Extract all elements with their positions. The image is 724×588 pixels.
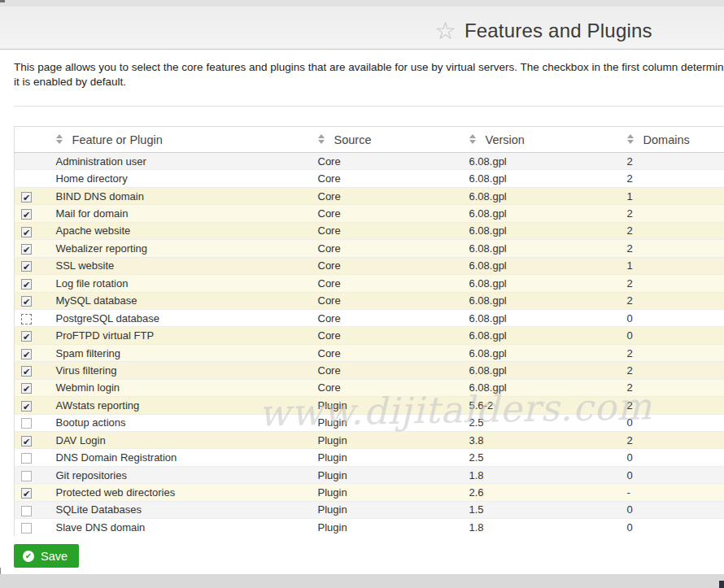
sort-arrows-icon[interactable] (627, 134, 634, 144)
feature-checkbox[interactable]: ✔ (21, 296, 32, 307)
sort-arrows-icon[interactable] (469, 134, 476, 144)
feature-checkbox[interactable]: ✔ (21, 349, 32, 359)
feature-name: Apache website (49, 222, 311, 239)
feature-version: 6.08.gpl (462, 379, 620, 396)
table-row: ✔ BIND DNS domain Core 6.08.gpl 1 (15, 187, 724, 204)
feature-name: Bootup actions (49, 414, 311, 431)
feature-checkbox[interactable]: ✔ (21, 244, 32, 255)
title-wrap: ☆ Features and Plugins (434, 18, 652, 44)
table-row: Bootup actions Plugin 2.5 0 (15, 414, 724, 431)
features-and-plugins-page: ☆ Features and Plugins This page allows … (0, 0, 724, 588)
feature-name: DNS Domain Registration (49, 449, 311, 466)
feature-version: 6.08.gpl (462, 327, 620, 344)
feature-domains: 2 (620, 397, 724, 414)
table-row: ✔ Mail for domain Core 6.08.gpl 2 (15, 205, 724, 222)
table-row: ✔ Apache website Core 6.08.gpl 2 (15, 222, 724, 239)
feature-domains: 1 (620, 257, 724, 274)
save-button[interactable]: ✔ Save (14, 544, 79, 568)
table-header-row: Feature or Plugin Source Version Domains (15, 127, 724, 153)
feature-name: PostgreSQL database (49, 309, 311, 326)
feature-source: Plugin (311, 414, 462, 431)
feature-source: Core (311, 240, 462, 257)
feature-source: Plugin (311, 466, 462, 483)
feature-source: Plugin (311, 432, 462, 449)
feature-name: Webalizer reporting (49, 240, 311, 257)
feature-name: SQLite Databases (49, 501, 311, 518)
feature-domains: 2 (620, 275, 724, 292)
feature-name: Slave DNS domain (49, 519, 311, 536)
feature-checkbox[interactable] (21, 506, 32, 516)
feature-checkbox[interactable]: ✔ (21, 331, 32, 342)
column-header-domains[interactable]: Domains (620, 127, 724, 153)
feature-source: Core (311, 292, 462, 309)
feature-source: Plugin (311, 501, 462, 518)
feature-source: Plugin (311, 484, 462, 501)
description-line-1: This page allows you to select the core … (14, 60, 724, 75)
feature-checkbox[interactable]: ✔ (21, 436, 32, 446)
feature-checkbox[interactable]: ✔ (21, 261, 32, 272)
table-row: PostgreSQL database Core 6.08.gpl 0 (15, 309, 724, 326)
column-header-label: Domains (643, 133, 690, 146)
feature-source: Core (311, 275, 462, 292)
feature-checkbox[interactable]: ✔ (21, 279, 32, 290)
feature-checkbox[interactable] (21, 314, 32, 324)
feature-version: 1.5 (462, 501, 620, 518)
feature-checkbox[interactable]: ✔ (21, 401, 32, 412)
window-corner-mark (0, 0, 5, 2)
feature-checkbox[interactable]: ✔ (21, 488, 32, 499)
feature-checkbox[interactable]: ✔ (21, 227, 32, 237)
feature-version: 2.5 (462, 449, 620, 466)
feature-checkbox[interactable] (21, 453, 32, 464)
table-row: DNS Domain Registration Plugin 2.5 0 (15, 449, 724, 466)
feature-checkbox[interactable]: ✔ (21, 383, 32, 394)
feature-version: 2.5 (462, 414, 620, 431)
features-table-container: Feature or Plugin Source Version Domains (14, 126, 724, 536)
feature-source: Core (311, 327, 462, 344)
table-row: SQLite Databases Plugin 1.5 0 (15, 501, 724, 518)
feature-version: 6.08.gpl (462, 275, 620, 292)
feature-domains: 2 (620, 240, 724, 257)
table-row: Home directory Core 6.08.gpl 2 (15, 170, 724, 187)
feature-checkbox[interactable] (21, 418, 32, 429)
sort-arrows-icon[interactable] (56, 134, 63, 144)
feature-version: 1.8 (462, 519, 620, 536)
divider-line (14, 106, 724, 107)
column-header-feature[interactable]: Feature or Plugin (49, 127, 311, 153)
feature-domains: 2 (620, 292, 724, 309)
table-row: ✔ Webalizer reporting Core 6.08.gpl 2 (15, 240, 724, 257)
feature-domains: 0 (620, 501, 724, 518)
feature-checkbox[interactable] (21, 523, 32, 534)
table-row: ✔ Log file rotation Core 6.08.gpl 2 (15, 275, 724, 292)
column-header-source[interactable]: Source (311, 127, 462, 153)
feature-version: 6.08.gpl (462, 257, 620, 274)
sort-arrows-icon[interactable] (318, 134, 325, 144)
feature-domains: 0 (620, 327, 724, 344)
feature-source: Core (311, 170, 462, 187)
feature-version: 6.08.gpl (462, 187, 620, 204)
column-header-label: Source (334, 133, 372, 146)
feature-domains: 0 (620, 519, 724, 536)
table-row: ✔ AWstats reporting Plugin 5.6-2 2 (15, 397, 724, 414)
feature-checkbox[interactable]: ✔ (21, 192, 32, 203)
feature-checkbox[interactable]: ✔ (21, 366, 32, 377)
feature-domains: 0 (620, 466, 724, 483)
description-line-2: it is enabled by default. (14, 75, 724, 89)
table-row: ✔ DAV Login Plugin 3.8 2 (15, 432, 724, 449)
feature-source: Core (311, 187, 462, 204)
checkbox-column-header (15, 127, 49, 153)
column-header-label: Version (486, 133, 525, 146)
star-icon: ☆ (434, 18, 456, 44)
feature-checkbox[interactable]: ✔ (21, 209, 32, 220)
table-row: Git repositories Plugin 1.8 0 (15, 466, 724, 483)
feature-checkbox[interactable] (21, 471, 32, 481)
feature-name: Git repositories (49, 466, 311, 483)
feature-domains: 0 (620, 309, 724, 326)
feature-domains: 2 (620, 170, 724, 187)
column-header-version[interactable]: Version (462, 127, 620, 153)
feature-source: Core (311, 205, 462, 222)
feature-name: Home directory (49, 170, 311, 187)
table-row: ✔ Webmin login Core 6.08.gpl 2 (15, 379, 724, 396)
feature-name: MySQL database (49, 292, 311, 309)
feature-version: 6.08.gpl (462, 153, 620, 170)
feature-name: Webmin login (49, 379, 311, 396)
